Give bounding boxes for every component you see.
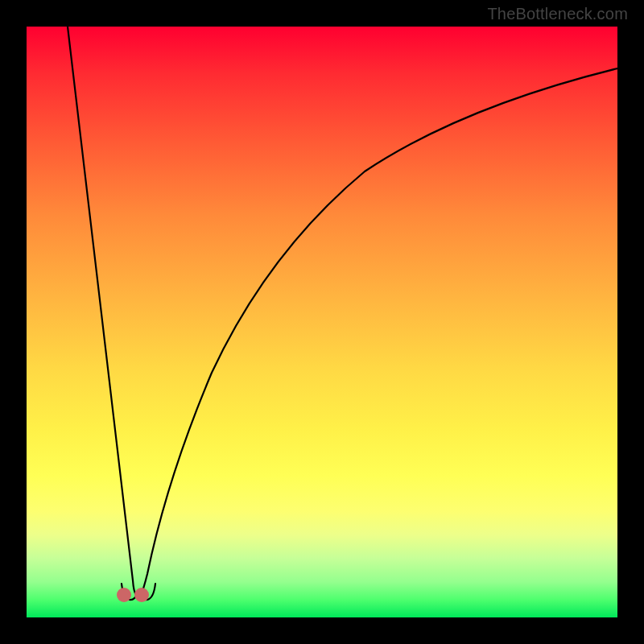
watermark-text: TheBottleneck.com (487, 5, 628, 23)
notch-marker-right (134, 588, 149, 602)
plot-area (27, 27, 617, 617)
curve-right-branch (141, 68, 617, 595)
notch-marker-left (117, 588, 131, 602)
curve-left-branch (68, 27, 136, 595)
bottleneck-curve (27, 27, 617, 617)
chart-frame: TheBottleneck.com (0, 0, 644, 644)
